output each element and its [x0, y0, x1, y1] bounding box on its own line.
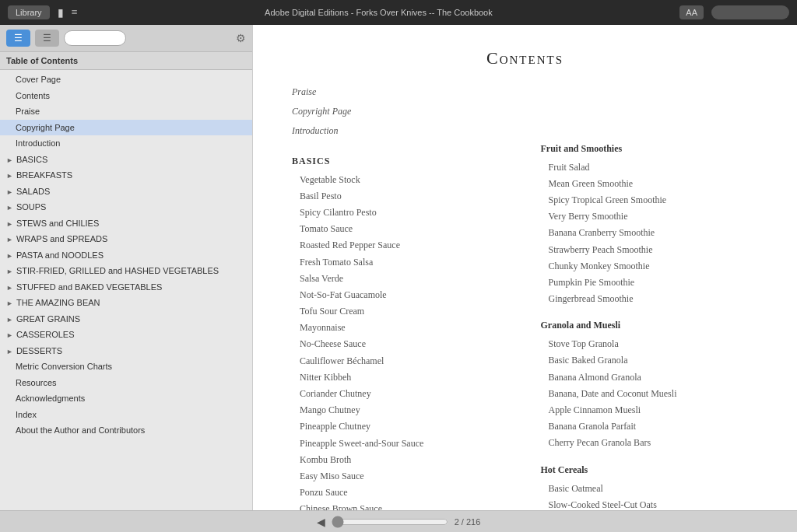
toc-entry[interactable]: Very Berry Smoothie: [541, 208, 759, 225]
left-column: BASICSVegetable StockBasil PestoSpicy Ci…: [292, 143, 525, 510]
toc-item[interactable]: ►DESSERTS: [0, 343, 252, 359]
toc-item[interactable]: ►SOUPS: [0, 199, 252, 215]
toc-entry[interactable]: Slow-Cooked Steel-Cut Oats: [541, 497, 759, 510]
page-info: 2 / 216: [455, 517, 481, 527]
toc-header: Table of Contents: [0, 52, 252, 70]
toc-entry[interactable]: Apple Cinnamon Muesli: [541, 402, 759, 418]
toc-entry[interactable]: Cherry Pecan Granola Bars: [541, 435, 759, 451]
toc-entry[interactable]: Pineapple Chutney: [292, 418, 510, 435]
toc-item[interactable]: Praise: [0, 103, 252, 120]
arrow-icon: ►: [6, 219, 13, 230]
toc-item[interactable]: ►BREAKFASTS: [0, 167, 252, 184]
toc-list: Cover PageContentsPraiseCopyright PageIn…: [0, 70, 252, 510]
toc-entry[interactable]: Basic Baked Granola: [541, 352, 759, 369]
toc-entry[interactable]: Nitter Kibbeh: [292, 369, 510, 386]
toc-entry[interactable]: Spicy Tropical Green Smoothie: [541, 192, 759, 208]
toc-entry[interactable]: Tomato Sauce: [292, 221, 510, 237]
toc-item[interactable]: Acknowledgments: [0, 390, 252, 407]
toc-entry[interactable]: No-Cheese Sauce: [292, 336, 510, 352]
grid-icon[interactable]: ≡: [72, 6, 78, 19]
toc-entry[interactable]: Basil Pesto: [292, 188, 510, 205]
toc-entry[interactable]: Stove Top Granola: [541, 336, 759, 352]
toc-item[interactable]: ►STUFFED and BAKED VEGETABLES: [0, 279, 252, 296]
toc-entry[interactable]: Chunky Monkey Smoothie: [541, 258, 759, 275]
front-matter-link[interactable]: Introduction: [292, 123, 758, 139]
toc-item[interactable]: Contents: [0, 88, 252, 104]
arrow-icon: ►: [6, 235, 13, 246]
main-area: ☰ ☰ ⚙ Table of Contents Cover PageConten…: [0, 25, 797, 510]
toc-entry[interactable]: Fresh Tomato Salsa: [292, 254, 510, 271]
search-input[interactable]: [711, 5, 789, 19]
arrow-icon: ►: [6, 347, 13, 358]
sidebar-toolbar: ☰ ☰ ⚙: [0, 25, 252, 52]
toc-item[interactable]: ►WRAPS and SPREADS: [0, 231, 252, 247]
toc-item[interactable]: ►CASSEROLES: [0, 327, 252, 343]
arrow-icon: ►: [6, 251, 13, 262]
toc-entry[interactable]: Basic Oatmeal: [541, 481, 759, 497]
toc-item[interactable]: Cover Page: [0, 72, 252, 88]
sidebar-search-input[interactable]: [64, 30, 126, 46]
toc-item[interactable]: Introduction: [0, 135, 252, 152]
front-matter-link[interactable]: Copyright Page: [292, 103, 758, 120]
prev-page-button[interactable]: ◀: [317, 516, 325, 528]
sidebar: ☰ ☰ ⚙ Table of Contents Cover PageConten…: [0, 25, 253, 510]
toc-entry[interactable]: Mango Chutney: [292, 402, 510, 418]
toc-entry[interactable]: Mayonnaise: [292, 320, 510, 336]
toc-entry[interactable]: Banana, Date and Coconut Muesli: [541, 386, 759, 402]
toc-item[interactable]: ►GREAT GRAINS: [0, 311, 252, 327]
toc-entry[interactable]: Vegetable Stock: [292, 172, 510, 188]
toc-entry[interactable]: Mean Green Smoothie: [541, 176, 759, 192]
toc-item[interactable]: About the Author and Contributors: [0, 422, 252, 439]
toc-item[interactable]: ►SALADS: [0, 184, 252, 200]
toc-entry[interactable]: Tofu Sour Cream: [292, 303, 510, 320]
library-button[interactable]: Library: [8, 5, 50, 19]
toc-entry[interactable]: Banana Granola Parfait: [541, 418, 759, 435]
toc-item[interactable]: Copyright Page: [0, 120, 252, 136]
toc-entry[interactable]: Cauliflower Béchamel: [292, 353, 510, 369]
toc-entry[interactable]: Ponzu Sauce: [292, 485, 510, 501]
toc-entry[interactable]: Spicy Cilantro Pesto: [292, 205, 510, 221]
arrow-icon: ►: [6, 187, 13, 198]
arrow-icon: ►: [6, 283, 13, 294]
arrow-icon: ►: [6, 203, 13, 214]
toc-entry[interactable]: Roasted Red Pepper Sauce: [292, 237, 510, 254]
arrow-icon: ►: [6, 267, 13, 278]
toc-item[interactable]: ►BASICS: [0, 152, 252, 168]
toc-item[interactable]: Resources: [0, 375, 252, 391]
toc-entry[interactable]: Banana Almond Granola: [541, 369, 759, 386]
toc-item[interactable]: Metric Conversion Charts: [0, 359, 252, 375]
top-bar: Library ▮ ≡ Adobe Digital Editions - For…: [0, 0, 797, 25]
page-title: Contents: [292, 48, 758, 68]
toc-view-button[interactable]: ☰: [6, 30, 30, 47]
toc-entry[interactable]: Pumpkin Pie Smoothie: [541, 275, 759, 291]
page-slider[interactable]: [332, 516, 448, 528]
toc-entry[interactable]: Salsa Verde: [292, 271, 510, 287]
toc-entry[interactable]: Not-So-Fat Guacamole: [292, 287, 510, 303]
two-column-layout: BASICSVegetable StockBasil PestoSpicy Ci…: [292, 143, 758, 510]
toc-item[interactable]: ►PASTA and NOODLES: [0, 247, 252, 264]
toc-item[interactable]: ►STEWS and CHILIES: [0, 215, 252, 232]
toc-entry[interactable]: Coriander Chutney: [292, 386, 510, 402]
arrow-icon: ►: [6, 299, 13, 310]
toc-entry[interactable]: Strawberry Peach Smoothie: [541, 242, 759, 258]
toc-entry[interactable]: Chinese Brown Sauce: [292, 501, 510, 510]
content-area: Contents PraiseCopyright PageIntroductio…: [253, 25, 797, 510]
toc-entry[interactable]: Easy Miso Sauce: [292, 468, 510, 485]
front-matter-section: PraiseCopyright PageIntroduction: [292, 84, 758, 140]
toc-item[interactable]: ►STIR-FRIED, GRILLED and HASHED VEGETABL…: [0, 263, 252, 279]
toc-entry[interactable]: Fruit Salad: [541, 159, 759, 176]
section-header: BASICS: [292, 156, 510, 167]
arrow-icon: ►: [6, 315, 13, 326]
right-section-header: Hot Cereals: [541, 464, 759, 476]
list-view-button[interactable]: ☰: [35, 30, 59, 47]
bookmark-icon[interactable]: ▮: [58, 6, 64, 19]
settings-icon[interactable]: ⚙: [236, 32, 246, 45]
front-matter-link[interactable]: Praise: [292, 84, 758, 100]
font-button[interactable]: AA: [679, 5, 704, 19]
toc-item[interactable]: ►THE AMAZING BEAN: [0, 295, 252, 311]
toc-entry[interactable]: Banana Cranberry Smoothie: [541, 225, 759, 241]
toc-entry[interactable]: Kombu Broth: [292, 452, 510, 468]
toc-entry[interactable]: Pineapple Sweet-and-Sour Sauce: [292, 436, 510, 452]
toc-item[interactable]: Index: [0, 407, 252, 423]
toc-entry[interactable]: Gingerbread Smoothie: [541, 291, 759, 307]
